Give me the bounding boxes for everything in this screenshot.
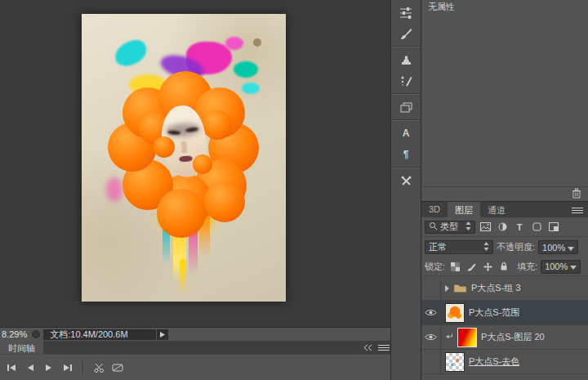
panel-column: 无属性 3D 图层 通道 类型 <box>421 0 588 380</box>
character-panel-icon[interactable]: A <box>391 123 421 144</box>
layer-filter-row: 类型 T <box>421 217 588 237</box>
timeline-tab-bar: 时间轴 <box>0 341 390 354</box>
layer-row-group[interactable]: P大点S-组 3 <box>421 276 588 301</box>
blend-row: 正常 不透明度: 100% <box>421 237 588 257</box>
filter-type-layers-icon[interactable]: T <box>512 220 527 234</box>
blend-mode-value: 正常 <box>429 241 447 253</box>
layers-tab-bar: 3D 图层 通道 <box>421 202 588 217</box>
layer-name[interactable]: P大点S-组 3 <box>471 282 521 294</box>
properties-footer <box>421 186 588 201</box>
tab-layers[interactable]: 图层 <box>448 202 480 217</box>
panel-menu-icon[interactable] <box>571 206 584 216</box>
status-flyout-arrow-icon[interactable] <box>157 329 168 340</box>
toolbar-divider <box>82 361 84 374</box>
lock-position-icon[interactable] <box>481 260 494 273</box>
timeline-controls <box>0 354 390 380</box>
opacity-value: 100% <box>542 243 565 253</box>
filter-pixel-layers-icon[interactable] <box>478 220 492 234</box>
split-scissors-icon[interactable] <box>91 360 107 375</box>
layer-thumbnail[interactable] <box>445 303 465 323</box>
search-icon <box>429 221 438 232</box>
eye-icon <box>425 333 437 342</box>
layer-visibility-toggle[interactable] <box>421 276 441 300</box>
lock-row: 锁定: 填充: 100% <box>421 257 588 276</box>
dock-separator <box>391 119 421 121</box>
folder-icon <box>453 283 467 294</box>
dock-separator <box>391 46 421 47</box>
caret-down-icon <box>570 262 577 271</box>
blend-mode-select[interactable]: 正常 <box>425 240 493 254</box>
timeline-header-icons <box>363 343 390 353</box>
trash-icon[interactable] <box>572 188 581 200</box>
document-info[interactable]: 文档:10.4M/200.6M <box>43 329 156 340</box>
layer-row[interactable]: P大点S-去色 <box>421 350 588 374</box>
tool-presets-panel-icon[interactable] <box>391 170 421 191</box>
dock-separator <box>391 93 421 95</box>
layer-thumbnail[interactable] <box>445 352 465 372</box>
layer-comps-panel-icon[interactable] <box>391 96 421 118</box>
status-indicator-icon <box>32 330 40 338</box>
filter-adjustment-layers-icon[interactable] <box>495 220 510 234</box>
brush-presets-panel-icon[interactable] <box>391 70 421 92</box>
clone-source-panel-icon[interactable] <box>391 49 421 70</box>
collapse-chevrons-icon[interactable] <box>363 343 372 353</box>
paragraph-panel-icon[interactable]: ¶ <box>391 144 421 165</box>
properties-panel: 无属性 <box>421 0 588 202</box>
character-glyph: A <box>403 127 410 139</box>
type-glyph: T <box>517 222 523 232</box>
next-frame-button[interactable] <box>60 360 76 375</box>
layer-row-selected[interactable]: P大点S-范围 <box>421 301 588 325</box>
tab-channels[interactable]: 通道 <box>480 202 513 217</box>
tab-timeline[interactable]: 时间轴 <box>0 341 43 354</box>
eye-icon <box>425 308 437 318</box>
fill-label: 填充: <box>517 261 537 273</box>
brush-panel-icon[interactable] <box>391 23 421 44</box>
expand-triangle-icon[interactable] <box>445 285 449 292</box>
panel-menu-icon[interactable] <box>378 343 390 353</box>
filter-kind-label: 类型 <box>440 221 463 233</box>
panel-dock: A ¶ <box>390 0 421 380</box>
layer-row-clipped[interactable]: P大点S-图层 20 <box>421 325 588 350</box>
layer-visibility-toggle[interactable] <box>421 301 441 324</box>
layer-visibility-toggle[interactable] <box>421 350 441 373</box>
canvas-area[interactable] <box>0 0 390 327</box>
caret-down-icon <box>568 243 574 253</box>
updown-arrows-icon <box>466 221 471 232</box>
fill-select[interactable]: 100% <box>541 260 581 274</box>
layer-list: P大点S-组 3 P大点S-范围 <box>421 276 588 380</box>
lock-transparency-icon[interactable] <box>448 260 461 273</box>
layer-name[interactable]: P大点S-范围 <box>469 306 519 319</box>
lock-all-icon[interactable] <box>497 260 510 273</box>
lock-label: 锁定: <box>425 261 445 273</box>
filter-shape-layers-icon[interactable] <box>529 220 544 234</box>
zoom-level[interactable]: 8.29% <box>0 329 32 339</box>
photoshop-window: A ¶ 无属性 3D 图层 通道 <box>0 0 588 380</box>
filter-smart-objects-icon[interactable] <box>546 220 561 234</box>
updown-arrows-icon <box>483 242 489 253</box>
tab-3d[interactable]: 3D <box>421 202 448 217</box>
document-canvas[interactable] <box>82 14 286 302</box>
play-button[interactable] <box>41 360 57 375</box>
opacity-select[interactable]: 100% <box>538 240 578 254</box>
properties-title: 无属性 <box>421 0 588 13</box>
fill-value: 100% <box>545 262 568 271</box>
adjustments-panel-icon[interactable] <box>391 2 421 23</box>
opacity-label: 不透明度: <box>497 241 535 253</box>
layers-panel: 3D 图层 通道 类型 <box>421 202 588 380</box>
layer-visibility-toggle[interactable] <box>421 325 441 349</box>
previous-frame-button[interactable] <box>22 360 38 375</box>
paragraph-glyph: ¶ <box>403 149 409 160</box>
clipping-mask-arrow-icon <box>445 333 453 342</box>
filter-kind-select[interactable]: 类型 <box>425 221 475 234</box>
layer-name[interactable]: P大点S-去色 <box>469 355 519 368</box>
dock-separator <box>391 167 421 168</box>
transition-icon[interactable] <box>109 360 126 375</box>
layer-name[interactable]: P大点S-图层 20 <box>481 331 545 343</box>
status-bar: 8.29% 文档:10.4M/200.6M <box>0 327 390 341</box>
layer-thumbnail[interactable] <box>457 328 477 347</box>
lock-pixels-icon[interactable] <box>465 260 478 273</box>
first-frame-button[interactable] <box>3 360 20 375</box>
